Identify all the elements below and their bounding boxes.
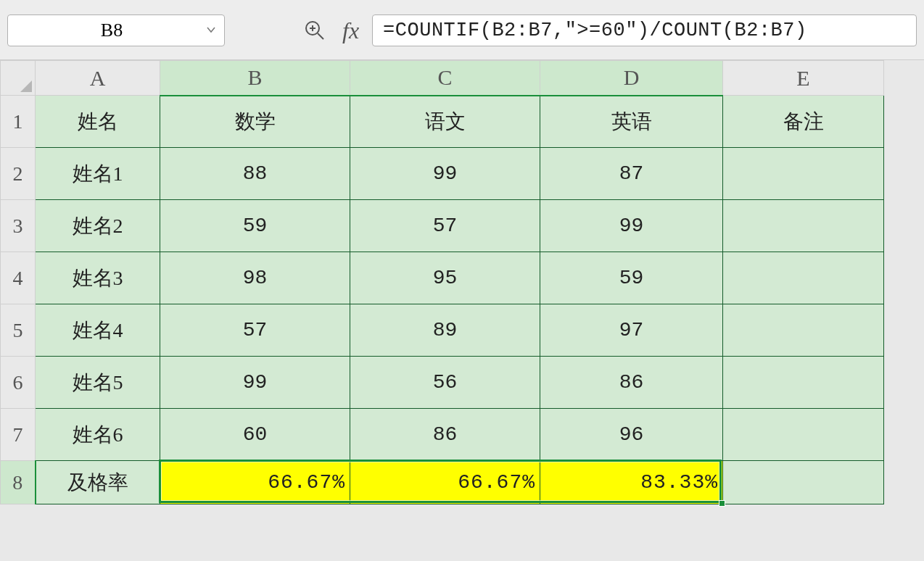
name-box-value: B8 <box>17 20 207 41</box>
cell-C1[interactable]: 语文 <box>350 96 540 148</box>
formula-input[interactable]: =COUNTIF(B2:B7,">=60")/COUNT(B2:B7) <box>372 14 917 46</box>
cell-A1[interactable]: 姓名 <box>36 96 160 148</box>
cell-B5[interactable]: 57 <box>160 304 350 357</box>
zoom-icon[interactable] <box>303 19 326 42</box>
cell-E8[interactable] <box>723 461 884 504</box>
row-header-4[interactable]: 4 <box>1 252 36 304</box>
cell-E1[interactable]: 备注 <box>723 96 884 148</box>
row-3: 3 姓名2 59 57 99 <box>1 200 884 252</box>
cell-E5[interactable] <box>723 304 884 357</box>
formula-bar: B8 fx =COUNTIF(B2:B7,">=60")/COUNT(B2:B7… <box>0 0 924 60</box>
cell-C3[interactable]: 57 <box>350 200 540 252</box>
cell-A3[interactable]: 姓名2 <box>36 200 160 252</box>
cell-A6[interactable]: 姓名5 <box>36 357 160 409</box>
cell-B6[interactable]: 99 <box>160 357 350 409</box>
row-header-7[interactable]: 7 <box>1 409 36 461</box>
cell-A7[interactable]: 姓名6 <box>36 409 160 461</box>
cell-A4[interactable]: 姓名3 <box>36 252 160 304</box>
formula-text: =COUNTIF(B2:B7,">=60")/COUNT(B2:B7) <box>383 20 807 41</box>
cell-A2[interactable]: 姓名1 <box>36 148 160 200</box>
row-5: 5 姓名4 57 89 97 <box>1 304 884 357</box>
cell-D2[interactable]: 87 <box>540 148 723 200</box>
cell-D6[interactable]: 86 <box>540 357 723 409</box>
row-header-1[interactable]: 1 <box>1 96 36 148</box>
row-4: 4 姓名3 98 95 59 <box>1 252 884 304</box>
formula-bar-icons: fx <box>303 17 359 44</box>
row-1: 1 姓名 数学 语文 英语 备注 <box>1 96 884 148</box>
cell-D8[interactable]: 83.33% <box>540 461 723 504</box>
cell-B2[interactable]: 88 <box>160 148 350 200</box>
cell-B4[interactable]: 98 <box>160 252 350 304</box>
column-header-row: A B C D E <box>1 61 884 96</box>
name-box[interactable]: B8 <box>7 14 225 46</box>
fill-handle[interactable] <box>719 500 725 507</box>
cell-A5[interactable]: 姓名4 <box>36 304 160 357</box>
row-8: 8 及格率 66.67% 66.67% 83.33% <box>1 461 884 504</box>
svg-line-1 <box>318 33 323 39</box>
row-header-6[interactable]: 6 <box>1 357 36 409</box>
col-header-C[interactable]: C <box>350 61 540 96</box>
col-header-D[interactable]: D <box>540 61 723 96</box>
row-2: 2 姓名1 88 99 87 <box>1 148 884 200</box>
cell-D3[interactable]: 99 <box>540 200 723 252</box>
col-header-B[interactable]: B <box>160 61 350 96</box>
row-header-5[interactable]: 5 <box>1 304 36 357</box>
cell-B3[interactable]: 59 <box>160 200 350 252</box>
cell-E2[interactable] <box>723 148 884 200</box>
cell-B8[interactable]: 66.67% <box>160 461 350 504</box>
cell-C7[interactable]: 86 <box>350 409 540 461</box>
cell-B7[interactable]: 60 <box>160 409 350 461</box>
cell-D4[interactable]: 59 <box>540 252 723 304</box>
row-7: 7 姓名6 60 86 96 <box>1 409 884 461</box>
sheet-area: A B C D E 1 姓名 数学 语文 英语 备注 2 姓名1 88 99 8… <box>0 60 924 504</box>
select-all-corner[interactable] <box>1 61 36 96</box>
cell-C8[interactable]: 66.67% <box>350 461 540 504</box>
cell-D1[interactable]: 英语 <box>540 96 723 148</box>
col-header-A[interactable]: A <box>36 61 160 96</box>
fx-icon[interactable]: fx <box>342 17 359 44</box>
cell-C2[interactable]: 99 <box>350 148 540 200</box>
cell-B1[interactable]: 数学 <box>160 96 350 148</box>
cell-E3[interactable] <box>723 200 884 252</box>
cell-E4[interactable] <box>723 252 884 304</box>
cell-D7[interactable]: 96 <box>540 409 723 461</box>
grid[interactable]: A B C D E 1 姓名 数学 语文 英语 备注 2 姓名1 88 99 8… <box>0 60 884 504</box>
col-header-E[interactable]: E <box>723 61 884 96</box>
row-header-8[interactable]: 8 <box>1 461 36 504</box>
cell-E7[interactable] <box>723 409 884 461</box>
row-6: 6 姓名5 99 56 86 <box>1 357 884 409</box>
chevron-down-icon[interactable] <box>207 25 215 36</box>
cell-C6[interactable]: 56 <box>350 357 540 409</box>
row-header-2[interactable]: 2 <box>1 148 36 200</box>
row-header-3[interactable]: 3 <box>1 200 36 252</box>
cell-C5[interactable]: 89 <box>350 304 540 357</box>
cell-D5[interactable]: 97 <box>540 304 723 357</box>
cell-C4[interactable]: 95 <box>350 252 540 304</box>
cell-A8[interactable]: 及格率 <box>36 461 160 504</box>
cell-E6[interactable] <box>723 357 884 409</box>
